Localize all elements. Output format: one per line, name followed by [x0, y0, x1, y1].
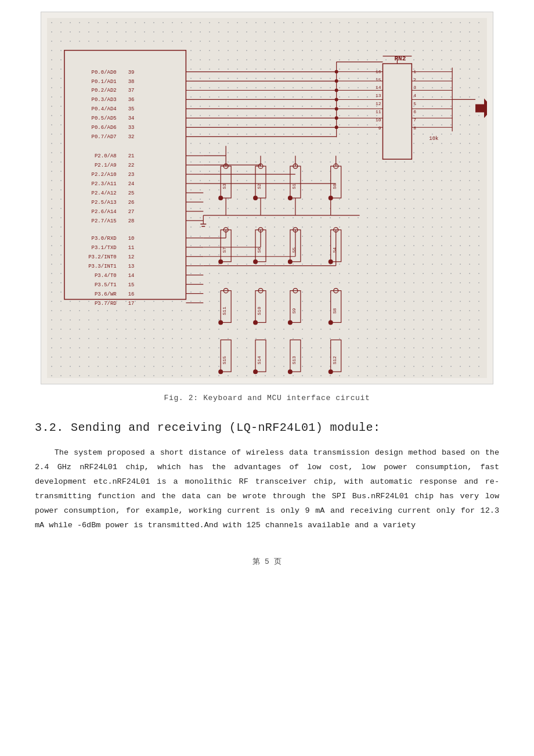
svg-point-138: [218, 260, 223, 264]
svg-point-106: [335, 107, 338, 110]
svg-point-170: [218, 369, 223, 374]
svg-text:S4: S4: [332, 247, 337, 253]
svg-text:P2.6/A14: P2.6/A14: [92, 209, 117, 215]
svg-text:S8: S8: [332, 308, 337, 314]
svg-rect-177: [331, 340, 341, 372]
svg-point-154: [218, 320, 223, 325]
svg-text:24: 24: [128, 181, 135, 187]
svg-text:P0.4/AD4: P0.4/AD4: [92, 106, 117, 112]
svg-text:S11: S11: [222, 307, 227, 315]
svg-text:16: 16: [128, 291, 135, 297]
svg-text:P3.3/INT1: P3.3/INT1: [88, 264, 116, 269]
svg-text:S12: S12: [332, 356, 337, 365]
svg-rect-128: [290, 166, 301, 198]
svg-text:6: 6: [413, 109, 416, 114]
page-number: 第 5 页: [252, 556, 281, 567]
svg-text:17: 17: [128, 301, 135, 307]
svg-text:8: 8: [413, 125, 416, 131]
svg-rect-168: [221, 340, 231, 372]
svg-text:S13: S13: [291, 356, 297, 365]
svg-text:P3.7/RD: P3.7/RD: [95, 301, 117, 307]
svg-text:S3: S3: [222, 183, 227, 189]
svg-text:15: 15: [376, 77, 381, 82]
svg-text:P0.1/AD1: P0.1/AD1: [92, 79, 117, 85]
svg-point-146: [288, 260, 293, 264]
svg-text:S6: S6: [257, 247, 262, 253]
svg-text:9: 9: [378, 125, 381, 131]
svg-text:P0.5/AD5: P0.5/AD5: [92, 116, 117, 121]
svg-point-150: [329, 260, 333, 264]
svg-text:P2.0/A8: P2.0/A8: [95, 153, 117, 159]
svg-text:S10: S10: [257, 307, 262, 315]
svg-point-105: [335, 98, 338, 101]
svg-text:S2: S2: [257, 183, 262, 189]
section-number: 3.2.: [35, 421, 64, 434]
svg-text:13: 13: [128, 264, 135, 269]
svg-text:15: 15: [128, 282, 135, 288]
svg-point-158: [253, 320, 258, 325]
svg-text:28: 28: [128, 218, 135, 224]
svg-text:26: 26: [128, 200, 135, 206]
svg-text:4: 4: [413, 93, 416, 98]
svg-text:10k: 10k: [429, 136, 438, 142]
svg-text:39: 39: [128, 70, 135, 75]
svg-text:13: 13: [376, 93, 381, 98]
svg-text:10: 10: [128, 236, 135, 242]
svg-text:P0.2/AD2: P0.2/AD2: [92, 88, 117, 93]
svg-rect-124: [255, 166, 266, 198]
svg-text:12: 12: [376, 101, 381, 106]
svg-text:25: 25: [128, 190, 135, 196]
svg-text:P0.7/AD7: P0.7/AD7: [92, 134, 117, 140]
section-heading: 3.2. Sending and receiving (LQ-nRF24L01)…: [35, 421, 499, 434]
svg-rect-74: [383, 64, 412, 160]
svg-text:11: 11: [128, 245, 135, 251]
svg-point-162: [288, 320, 293, 325]
svg-rect-152: [221, 291, 231, 323]
svg-text:P3.0/RXD: P3.0/RXD: [92, 236, 117, 242]
circuit-diagram-container: P0.0/AD0 39 P0.1/AD1 38 P0.2/AD2 37 P0.3…: [41, 12, 493, 384]
svg-text:12: 12: [128, 254, 135, 260]
svg-marker-92: [475, 98, 487, 118]
svg-rect-156: [255, 291, 266, 323]
svg-text:S15: S15: [222, 356, 227, 365]
svg-text:S1: S1: [291, 183, 297, 189]
svg-text:S7: S7: [222, 247, 227, 253]
svg-point-179: [329, 369, 333, 374]
svg-point-107: [335, 116, 338, 120]
svg-text:P0.3/AD3: P0.3/AD3: [92, 97, 117, 103]
svg-text:33: 33: [128, 125, 135, 131]
svg-text:36: 36: [128, 97, 135, 103]
svg-text:P2.3/A11: P2.3/A11: [92, 181, 117, 187]
svg-text:22: 22: [128, 163, 135, 168]
svg-text:27: 27: [128, 209, 135, 215]
svg-text:23: 23: [128, 172, 135, 178]
svg-point-103: [335, 80, 338, 83]
svg-rect-164: [331, 291, 341, 323]
body-paragraph: The system proposed a short distance of …: [35, 446, 499, 533]
svg-point-176: [288, 369, 293, 374]
svg-point-102: [335, 70, 338, 74]
svg-text:S5: S5: [291, 247, 297, 253]
svg-point-166: [329, 320, 333, 325]
svg-text:16: 16: [376, 69, 381, 74]
svg-rect-132: [331, 166, 341, 198]
svg-text:1: 1: [413, 69, 416, 74]
section-title: Sending and receiving (LQ-nRF24L01) modu…: [71, 421, 380, 434]
svg-text:P2.2/A10: P2.2/A10: [92, 172, 117, 178]
svg-text:5: 5: [413, 101, 416, 106]
page: P0.0/AD0 39 P0.1/AD1 38 P0.2/AD2 37 P0.3…: [0, 0, 534, 756]
svg-rect-174: [290, 340, 301, 372]
svg-text:34: 34: [128, 116, 135, 121]
svg-text:S14: S14: [257, 356, 262, 365]
svg-point-122: [218, 196, 223, 200]
figure-caption: Fig. 2: Keyboard and MCU interface circu…: [164, 394, 370, 402]
svg-text:11: 11: [376, 109, 381, 114]
svg-text:38: 38: [128, 79, 135, 85]
svg-text:32: 32: [128, 134, 135, 140]
svg-text:P3.5/T1: P3.5/T1: [95, 282, 117, 288]
svg-text:P2.7/A15: P2.7/A15: [92, 218, 117, 224]
svg-text:P0.6/AD6: P0.6/AD6: [92, 125, 117, 131]
svg-point-130: [288, 196, 293, 200]
circuit-svg: P0.0/AD0 39 P0.1/AD1 38 P0.2/AD2 37 P0.3…: [47, 18, 487, 378]
svg-point-126: [253, 196, 258, 200]
